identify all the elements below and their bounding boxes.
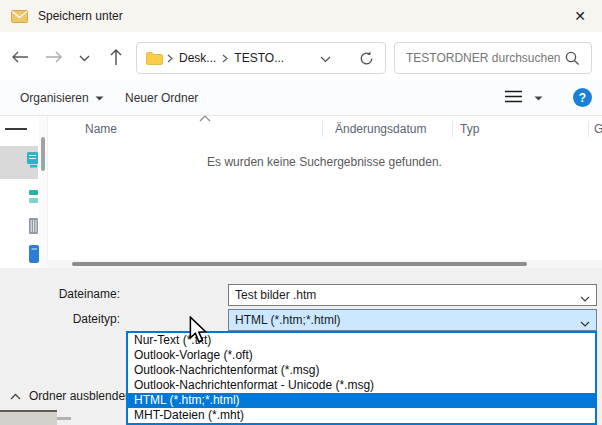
back-button[interactable] (8, 46, 32, 70)
column-header-name[interactable]: Name (85, 122, 117, 136)
chevron-down-icon[interactable] (580, 291, 590, 305)
folder-icon (146, 52, 163, 65)
new-folder-button[interactable]: Neuer Ordner (125, 80, 198, 115)
this-pc-icon (27, 151, 38, 172)
tree-item-fragment (5, 128, 27, 130)
arrow-right-icon (45, 50, 63, 67)
dropdown-option-msg[interactable]: Outlook-Nachrichtenformat (*.msg) (128, 363, 595, 378)
breadcrumb-separator-icon (167, 54, 173, 63)
filename-input[interactable] (228, 284, 597, 306)
save-as-dialog: Speichern unter ✕ Desk... TESTO... (0, 0, 602, 425)
breadcrumb-item-desktop[interactable]: Desk... (179, 51, 216, 65)
sidebar-item-icon (29, 190, 38, 206)
refresh-icon[interactable] (359, 51, 374, 66)
column-divider[interactable] (452, 121, 453, 137)
up-button[interactable] (104, 46, 128, 70)
filetype-label: Dateityp: (0, 312, 120, 326)
dropdown-option-msg-unicode[interactable]: Outlook-Nachrichtenformat - Unicode (*.m… (128, 378, 595, 393)
chevron-down-icon (79, 51, 90, 65)
organize-button[interactable]: Organisieren (20, 80, 104, 115)
outlook-envelope-icon (11, 10, 28, 23)
horizontal-scrollbar-thumb[interactable] (72, 262, 527, 266)
sidebar-scrollbar[interactable] (39, 116, 47, 268)
filetype-combobox[interactable]: HTML (*.htm;*.html) (228, 309, 597, 331)
column-divider[interactable] (322, 121, 323, 137)
column-divider[interactable] (588, 121, 589, 137)
file-list-area: Name Änderungsdatum Typ G Es wurden kein… (0, 116, 602, 268)
hide-folders-button[interactable]: Ordner ausblenden (10, 389, 132, 403)
recent-locations-button[interactable] (76, 50, 92, 66)
empty-results-message: Es wurden keine Suchergebnisse gefunden. (47, 155, 602, 169)
chevron-down-icon (95, 91, 104, 105)
filetype-value: HTML (*.htm;*.html) (235, 313, 341, 327)
horizontal-scrollbar[interactable] (47, 260, 602, 268)
sidebar-item-icon (29, 245, 39, 266)
command-toolbar: Organisieren Neuer Ordner ? (0, 80, 602, 116)
mouse-cursor (189, 316, 207, 347)
dialog-title: Speichern unter (38, 9, 123, 23)
search-box (394, 42, 592, 74)
breadcrumb-item-testordner[interactable]: TESTO... (234, 51, 284, 65)
navigation-bar: Desk... TESTO... (0, 32, 602, 80)
column-header-size[interactable]: G (594, 122, 602, 136)
new-folder-label: Neuer Ordner (125, 91, 198, 105)
search-input[interactable] (395, 43, 591, 73)
title-bar: Speichern unter ✕ (0, 0, 602, 32)
address-bar[interactable]: Desk... TESTO... (136, 42, 386, 74)
arrow-up-icon (109, 48, 123, 69)
forward-button[interactable] (42, 46, 66, 70)
chevron-down-icon[interactable] (580, 316, 590, 330)
search-icon[interactable] (565, 51, 580, 69)
view-mode-button[interactable] (505, 80, 543, 115)
address-dropdown-chevron-icon[interactable] (320, 56, 331, 63)
column-header-type[interactable]: Typ (460, 122, 479, 136)
hide-folders-label: Ordner ausblenden (29, 389, 132, 403)
window-corner-fragment (0, 410, 57, 425)
chevron-up-icon (10, 389, 21, 403)
pane-divider (47, 116, 48, 268)
list-view-icon (505, 90, 522, 106)
organize-label: Organisieren (20, 91, 89, 105)
chevron-down-icon (534, 91, 543, 105)
arrow-left-icon (11, 50, 29, 67)
sidebar-item-icon (29, 218, 38, 237)
dropdown-option-oft[interactable]: Outlook-Vorlage (*.oft) (128, 348, 595, 363)
dropdown-option-mht[interactable]: MHT-Dateien (*.mht) (128, 408, 595, 423)
window-corner-fragment (57, 417, 71, 420)
column-header-date[interactable]: Änderungsdatum (335, 122, 426, 136)
close-button[interactable]: ✕ (558, 0, 602, 32)
help-button[interactable]: ? (573, 88, 592, 107)
dropdown-option-html-selected[interactable]: HTML (*.htm;*.html) (128, 393, 595, 408)
breadcrumb-separator-icon (222, 54, 228, 63)
filename-label: Dateiname: (0, 287, 120, 301)
sidebar-scrollbar-thumb[interactable] (41, 137, 45, 171)
sort-ascending-icon (199, 111, 211, 125)
